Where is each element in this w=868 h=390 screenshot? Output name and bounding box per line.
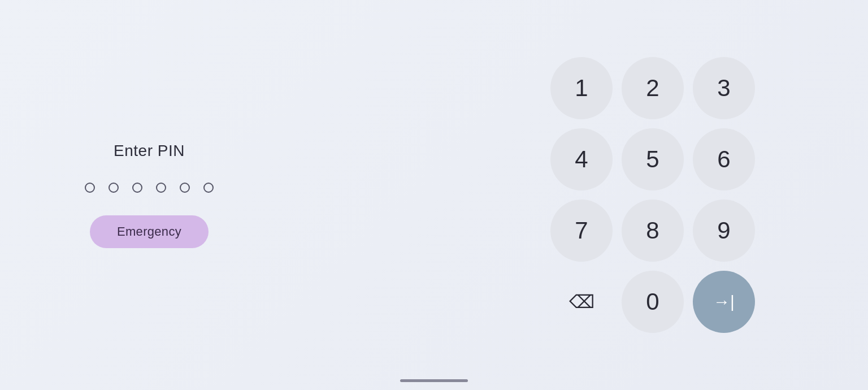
- numpad-key-0[interactable]: 0: [622, 271, 684, 333]
- numpad: 1 2 3 4 5 6 7 8 9 ⌫ 0 →|: [550, 57, 755, 333]
- numpad-key-6[interactable]: 6: [693, 128, 755, 190]
- pin-dot-6: [203, 183, 214, 193]
- confirm-button[interactable]: →|: [693, 271, 755, 333]
- pin-dot-2: [108, 183, 119, 193]
- numpad-key-8[interactable]: 8: [622, 200, 684, 262]
- numpad-key-5[interactable]: 5: [622, 128, 684, 190]
- numpad-key-9[interactable]: 9: [693, 200, 755, 262]
- pin-dots: [85, 183, 214, 193]
- pin-dot-5: [180, 183, 190, 193]
- backspace-button[interactable]: ⌫: [550, 271, 613, 333]
- pin-dot-1: [85, 183, 95, 193]
- numpad-key-1[interactable]: 1: [550, 57, 613, 119]
- enter-pin-label: Enter PIN: [114, 142, 185, 160]
- pin-dot-3: [132, 183, 142, 193]
- left-panel: Enter PIN Emergency: [85, 142, 214, 248]
- lock-screen: Enter PIN Emergency 1 2 3 4 5 6 7 8 9 ⌫ …: [0, 0, 868, 390]
- numpad-key-3[interactable]: 3: [693, 57, 755, 119]
- pin-dot-4: [156, 183, 166, 193]
- home-bar: [400, 379, 468, 382]
- numpad-key-2[interactable]: 2: [622, 57, 684, 119]
- backspace-icon: ⌫: [569, 291, 594, 313]
- numpad-key-7[interactable]: 7: [550, 200, 613, 262]
- numpad-key-4[interactable]: 4: [550, 128, 613, 190]
- confirm-arrow-icon: →|: [713, 292, 735, 311]
- emergency-button[interactable]: Emergency: [90, 215, 209, 248]
